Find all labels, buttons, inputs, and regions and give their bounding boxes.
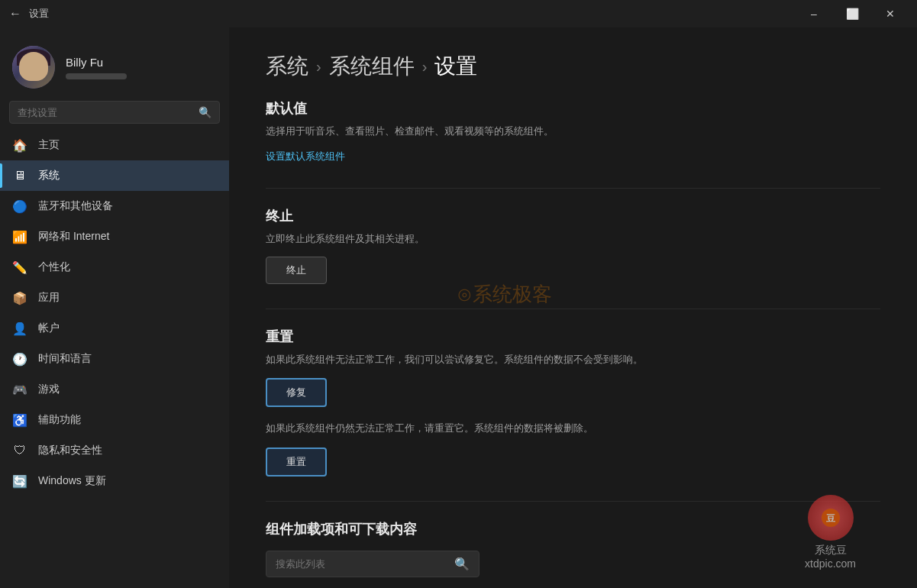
defaults-link[interactable]: 设置默认系统组件 bbox=[266, 150, 345, 162]
nav-windows-update-label: Windows 更新 bbox=[38, 474, 106, 488]
windows-update-icon: 🔄 bbox=[12, 473, 27, 489]
app-title: 设置 bbox=[29, 7, 49, 21]
breadcrumb-sep-2: › bbox=[422, 58, 428, 76]
maximize-button[interactable]: ⬜ bbox=[835, 0, 870, 27]
addon-search-icon: 🔍 bbox=[454, 557, 470, 571]
nav-gaming[interactable]: 🎮 游戏 bbox=[0, 374, 229, 405]
close-button[interactable]: ✕ bbox=[873, 0, 908, 27]
corner-watermark: 豆 系统豆 xtdpic.com bbox=[805, 495, 856, 570]
home-icon: 🏠 bbox=[12, 137, 27, 153]
avatar bbox=[12, 46, 55, 89]
nav-privacy[interactable]: 🛡 隐私和安全性 bbox=[0, 435, 229, 466]
main-layout: Billy Fu 🔍 🏠 主页 🖥 系统 🔵 蓝牙和其他设备 📶 网络和 Int… bbox=[0, 27, 917, 588]
nav-accounts[interactable]: 👤 帐户 bbox=[0, 313, 229, 344]
terminate-desc: 立即终止此系统组件及其相关进程。 bbox=[266, 231, 880, 247]
breadcrumb-system[interactable]: 系统 bbox=[266, 52, 308, 81]
system-icon: 🖥 bbox=[12, 168, 27, 183]
reset-title: 重置 bbox=[266, 328, 880, 346]
apps-icon: 📦 bbox=[12, 290, 27, 305]
breadcrumb-current: 设置 bbox=[434, 52, 477, 81]
nav-apps-label: 应用 bbox=[38, 291, 60, 305]
terminate-section: 终止 立即终止此系统组件及其相关进程。 终止 bbox=[266, 207, 880, 284]
reset-desc1: 如果此系统组件无法正常工作，我们可以尝试修复它。系统组件的数据不会受到影响。 bbox=[266, 352, 880, 368]
repair-button[interactable]: 修复 bbox=[266, 378, 327, 407]
personalization-icon: ✏️ bbox=[12, 260, 27, 275]
breadcrumb: 系统 › 系统组件 › 设置 bbox=[266, 52, 880, 81]
nav-home-label: 主页 bbox=[38, 138, 60, 152]
nav-time[interactable]: 🕐 时间和语言 bbox=[0, 344, 229, 374]
terminate-title: 终止 bbox=[266, 207, 880, 225]
addons-section: 组件加载项和可下载内容 🔍 bbox=[266, 520, 880, 577]
divider-2 bbox=[266, 309, 880, 309]
addon-search-input[interactable] bbox=[276, 558, 448, 570]
search-input[interactable] bbox=[18, 107, 192, 118]
time-icon: 🕐 bbox=[12, 351, 27, 367]
gaming-icon: 🎮 bbox=[12, 382, 27, 397]
user-profile[interactable]: Billy Fu bbox=[0, 27, 229, 101]
user-subtitle bbox=[66, 73, 127, 79]
privacy-icon: 🛡 bbox=[12, 443, 27, 458]
nav-apps[interactable]: 📦 应用 bbox=[0, 283, 229, 313]
addon-search-box[interactable]: 🔍 bbox=[266, 551, 479, 577]
avatar-image bbox=[12, 46, 55, 89]
divider-3 bbox=[266, 501, 880, 502]
nav-network-label: 网络和 Internet bbox=[38, 230, 109, 244]
nav-bluetooth-label: 蓝牙和其他设备 bbox=[38, 199, 113, 213]
breadcrumb-sep-1: › bbox=[316, 58, 321, 76]
nav-home[interactable]: 🏠 主页 bbox=[0, 130, 229, 160]
nav-system[interactable]: 🖥 系统 bbox=[0, 160, 229, 191]
reset-button[interactable]: 重置 bbox=[266, 447, 327, 477]
title-bar-left: ← 设置 bbox=[9, 7, 49, 21]
nav-accounts-label: 帐户 bbox=[38, 321, 60, 335]
nav-accessibility-label: 辅助功能 bbox=[38, 413, 81, 427]
defaults-desc: 选择用于听音乐、查看照片、检查邮件、观看视频等的系统组件。 bbox=[266, 124, 880, 140]
nav-privacy-label: 隐私和安全性 bbox=[38, 444, 102, 457]
defaults-section: 默认值 选择用于听音乐、查看照片、检查邮件、观看视频等的系统组件。 设置默认系统… bbox=[266, 99, 880, 163]
watermark-sub: xtdpic.com bbox=[805, 557, 856, 570]
breadcrumb-components[interactable]: 系统组件 bbox=[329, 52, 415, 81]
divider-1 bbox=[266, 188, 880, 189]
reset-section: 重置 如果此系统组件无法正常工作，我们可以尝试修复它。系统组件的数据不会受到影响… bbox=[266, 328, 880, 477]
svg-text:豆: 豆 bbox=[826, 513, 835, 524]
terminate-button[interactable]: 终止 bbox=[266, 257, 327, 284]
defaults-title: 默认值 bbox=[266, 99, 880, 118]
title-bar: ← 设置 – ⬜ ✕ bbox=[0, 0, 917, 27]
nav-personalization-label: 个性化 bbox=[38, 260, 70, 274]
watermark-text: 系统豆 bbox=[815, 544, 847, 557]
accounts-icon: 👤 bbox=[12, 321, 27, 336]
nav-network[interactable]: 📶 网络和 Internet bbox=[0, 221, 229, 252]
nav-time-label: 时间和语言 bbox=[38, 352, 92, 366]
search-box[interactable]: 🔍 bbox=[9, 101, 220, 124]
window-controls: – ⬜ ✕ bbox=[796, 0, 908, 27]
watermark-logo: 豆 bbox=[808, 495, 854, 541]
bluetooth-icon: 🔵 bbox=[12, 199, 27, 214]
sidebar: Billy Fu 🔍 🏠 主页 🖥 系统 🔵 蓝牙和其他设备 📶 网络和 Int… bbox=[0, 27, 229, 588]
nav-windows-update[interactable]: 🔄 Windows 更新 bbox=[0, 466, 229, 496]
nav-accessibility[interactable]: ♿ 辅助功能 bbox=[0, 405, 229, 435]
accessibility-icon: ♿ bbox=[12, 412, 27, 428]
reset-desc2: 如果此系统组件仍然无法正常工作，请重置它。系统组件的数据将被删除。 bbox=[266, 421, 880, 437]
nav-bluetooth[interactable]: 🔵 蓝牙和其他设备 bbox=[0, 191, 229, 221]
nav-gaming-label: 游戏 bbox=[38, 383, 60, 396]
minimize-button[interactable]: – bbox=[796, 0, 831, 27]
user-info: Billy Fu bbox=[66, 56, 217, 79]
user-name: Billy Fu bbox=[66, 56, 217, 69]
network-icon: 📶 bbox=[12, 229, 27, 244]
nav-personalization[interactable]: ✏️ 个性化 bbox=[0, 252, 229, 283]
nav-system-label: 系统 bbox=[38, 169, 60, 183]
search-icon: 🔍 bbox=[199, 106, 211, 118]
back-button[interactable]: ← bbox=[9, 7, 21, 21]
addons-title: 组件加载项和可下载内容 bbox=[266, 520, 880, 538]
